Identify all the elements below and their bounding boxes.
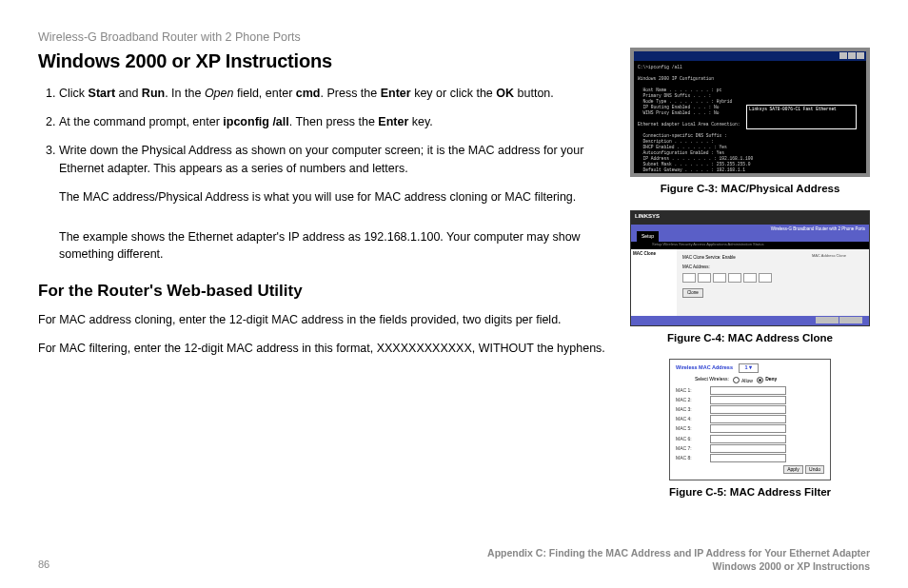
undo-button: Undo [805,465,824,474]
section-title-1: Windows 2000 or XP Instructions [38,48,607,75]
instruction-list: Click Start and Run. In the Open field, … [38,85,607,263]
cloning-note: For MAC address cloning, enter the 12-di… [38,311,607,328]
figure-c4-caption: Figure C-4: MAC Address Clone [630,330,870,346]
linksys-ui-image: LINKSYS Wireless-G Broadband Router with… [630,210,870,326]
linksys-brand: LINKSYS [631,211,869,225]
linksys-header: Wireless-G Broadband Router with 2 Phone… [631,225,869,242]
linksys-subtabs: Setup Wireless Security Access Applicati… [631,242,869,249]
physical-address-callout: Linksys SA78-0076-C1 Fast Ethernet [746,105,857,129]
linksys-product-tag: Wireless-G Broadband Router with 2 Phone… [771,226,865,233]
figure-c3-caption: Figure C-3: MAC/Physical Address [630,181,870,197]
mac-input-4 [710,415,786,423]
step-2: At the command prompt, enter ipconfig /a… [59,113,607,130]
example-note: The example shows the Ethernet adapter's… [59,228,607,263]
mac-note: The MAC address/Physical Address is what… [59,188,607,206]
mac-input-2 [710,396,786,404]
figure-c4: LINKSYS Wireless-G Broadband Router with… [630,210,870,346]
figure-c5: Wireless MAC Address 1 ▾ Select Wireless… [630,359,870,500]
linksys-left-label: MAC Clone [631,249,677,320]
apply-button: Apply [783,465,803,474]
figure-column: C:\>ipconfig /all Windows 2000 IP Config… [630,48,870,514]
filter-ui-image: Wireless MAC Address 1 ▾ Select Wireless… [669,359,831,480]
main-column: Windows 2000 or XP Instructions Click St… [38,48,607,514]
mac-input-7 [710,444,786,453]
step-3: Write down the Physical Address as shown… [59,142,607,263]
setup-tab: Setup [637,231,659,242]
close-icon [857,52,864,59]
mac-input-5 [710,424,786,433]
minimize-icon [839,52,847,59]
mac-input-8 [710,454,786,462]
linksys-form: MAC Clone Service: Enable MAC Address: C… [677,249,808,320]
linksys-help: MAC Address Clone [808,249,869,320]
section-title-2: For the Router's Web-based Utility [38,280,607,304]
mac-input-3 [710,405,786,414]
mac-input-1 [710,386,786,395]
filter-mode-label: Select Wireless: [695,376,729,382]
filtering-note: For MAC filtering, enter the 12-digit MA… [38,340,607,357]
filter-title: Wireless MAC Address [676,364,733,370]
cmd-window-image: C:\>ipconfig /all Windows 2000 IP Config… [630,48,870,177]
filter-select: 1 ▾ [739,363,760,373]
appendix-label: Appendix C: Finding the MAC Address and … [487,546,870,573]
clone-button: Clone [682,288,703,299]
page-number: 86 [38,558,49,573]
figure-c5-caption: Figure C-5: MAC Address Filter [630,484,870,500]
maximize-icon [848,52,856,59]
linksys-footer [631,316,869,325]
page-footer: 86 Appendix C: Finding the MAC Address a… [38,546,870,573]
radio-allow [733,377,740,383]
mac-input-6 [710,435,786,443]
cmd-titlebar [634,51,866,61]
product-header: Wireless-G Broadband Router with 2 Phone… [38,29,870,46]
filter-rows: MAC 1: MAC 2: MAC 3: MAC 4: MAC 5: MAC 6… [676,386,824,462]
figure-c3: C:\>ipconfig /all Windows 2000 IP Config… [630,48,870,197]
step-1: Click Start and Run. In the Open field, … [59,85,607,102]
radio-deny [757,377,763,383]
filter-mode: Select Wireless: Allow Deny [695,376,824,382]
